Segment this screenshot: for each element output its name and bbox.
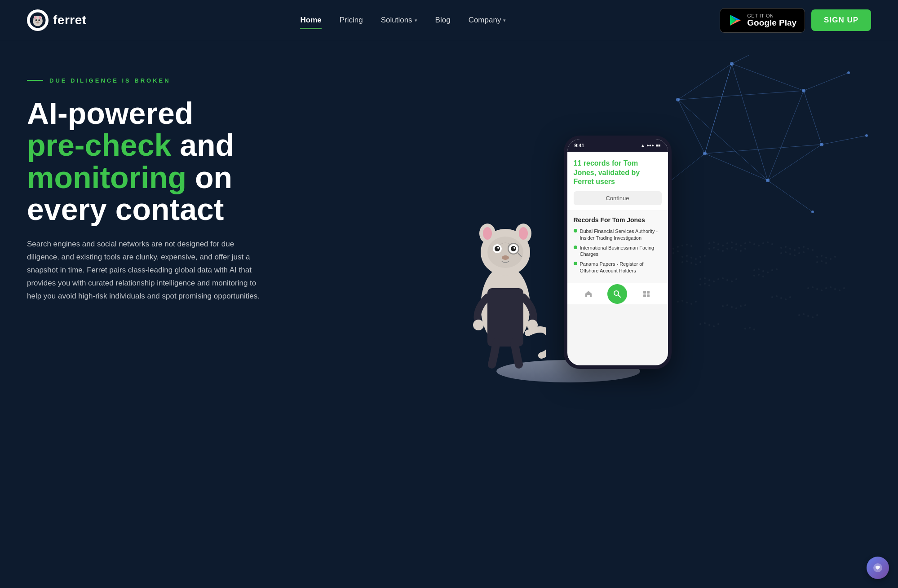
svg-point-80 [695, 263, 697, 265]
heading-and: and [171, 128, 234, 162]
svg-point-112 [735, 278, 737, 280]
svg-point-30 [847, 71, 850, 74]
svg-point-164 [749, 327, 751, 329]
svg-point-85 [794, 249, 796, 251]
svg-line-15 [678, 91, 804, 100]
svg-point-124 [762, 276, 764, 277]
heading-every-contact: every contact [27, 192, 224, 226]
header-actions: GET IT ON Google Play SIGN UP [720, 8, 871, 33]
svg-point-68 [735, 249, 737, 250]
hero-left: DUE DILIGENCE IS BROKEN AI-powered pre-c… [27, 68, 265, 303]
google-play-button[interactable]: GET IT ON Google Play [720, 8, 805, 33]
svg-point-123 [758, 274, 760, 276]
records-number: 11 [574, 159, 582, 167]
phone-bottom-bar [567, 283, 668, 304]
signup-button[interactable]: SIGN UP [811, 9, 871, 31]
svg-point-157 [843, 287, 845, 289]
phone-home-icon[interactable] [583, 289, 594, 299]
svg-rect-194 [643, 294, 646, 297]
svg-point-144 [771, 296, 773, 298]
phone-status: ▲●●●■■ [641, 143, 660, 148]
svg-point-106 [708, 279, 710, 281]
subtitle-dash [27, 80, 43, 81]
nav-blog[interactable]: Blog [435, 14, 451, 26]
record-dot-3 [574, 262, 577, 265]
svg-point-138 [722, 305, 724, 307]
logo-text: ferret [53, 13, 87, 27]
chat-bubble[interactable] [867, 557, 889, 579]
svg-point-176 [483, 227, 492, 240]
svg-point-73 [690, 257, 692, 259]
svg-point-135 [686, 302, 688, 303]
svg-point-70 [744, 248, 746, 250]
svg-point-56 [749, 241, 751, 243]
phone-bottom-section: Records For Tom Jones Dubai Financial Se… [567, 211, 668, 283]
svg-point-118 [762, 270, 764, 272]
svg-point-59 [762, 242, 764, 244]
svg-point-60 [767, 241, 769, 243]
svg-point-65 [722, 250, 724, 252]
svg-point-49 [717, 243, 719, 245]
svg-point-155 [834, 288, 836, 290]
svg-point-152 [821, 290, 823, 291]
phone-search-icon[interactable] [607, 284, 627, 304]
heading-precheck: pre-check [27, 128, 171, 162]
svg-point-50 [722, 245, 724, 246]
svg-point-168 [807, 315, 809, 317]
records-title: Records For Tom Jones [574, 216, 662, 224]
svg-point-129 [834, 256, 836, 258]
svg-point-31 [865, 134, 868, 137]
svg-point-48 [713, 241, 715, 243]
svg-point-26 [703, 152, 707, 155]
nav-company[interactable]: Company ▾ [469, 14, 506, 26]
svg-point-132 [825, 262, 827, 264]
svg-point-79 [690, 262, 692, 264]
main-nav: Home Pricing Solutions ▾ Blog Company ▾ [300, 14, 506, 26]
heading-on: on [186, 160, 232, 194]
svg-point-23 [802, 89, 805, 92]
svg-point-81 [699, 261, 701, 263]
svg-point-75 [699, 256, 701, 258]
logo[interactable]: ferret [27, 9, 87, 31]
nav-solutions[interactable]: Solutions ▾ [381, 14, 417, 26]
svg-point-187 [502, 255, 509, 260]
svg-point-162 [717, 323, 719, 325]
svg-point-128 [830, 258, 832, 260]
svg-point-25 [766, 179, 770, 182]
svg-point-183 [497, 247, 499, 249]
continue-button[interactable]: Continue [574, 191, 662, 205]
phone-grid-icon[interactable] [641, 289, 652, 299]
svg-point-121 [776, 268, 778, 270]
nav-home[interactable]: Home [300, 14, 321, 26]
svg-point-63 [713, 247, 715, 249]
svg-point-84 [789, 248, 791, 250]
record-item-2: International Businessman Facing Charges [574, 245, 662, 258]
phone-scene: 9:41 ▲●●●■■ 11 records for Tom Jones, va… [451, 77, 685, 382]
record-item-3: Panama Papers - Register of Offshore Acc… [574, 261, 662, 274]
svg-point-145 [776, 295, 778, 297]
svg-point-78 [686, 260, 688, 262]
hero-description: Search engines and social networks are n… [27, 238, 265, 303]
svg-point-109 [722, 277, 724, 279]
svg-line-11 [768, 91, 804, 180]
svg-point-165 [753, 329, 755, 330]
svg-point-142 [740, 305, 742, 307]
svg-point-54 [740, 245, 742, 246]
svg-point-67 [731, 247, 733, 249]
svg-point-188 [473, 320, 484, 330]
svg-point-139 [726, 304, 728, 306]
svg-point-113 [699, 284, 701, 285]
record-dot-1 [574, 229, 577, 233]
record-dot-2 [574, 246, 577, 249]
svg-point-119 [767, 272, 769, 273]
svg-point-125 [816, 256, 818, 258]
hero-heading: AI-powered pre-check and monitoring on e… [27, 97, 265, 226]
svg-point-104 [699, 278, 701, 280]
svg-point-94 [798, 252, 800, 254]
svg-point-116 [753, 269, 755, 271]
svg-point-110 [726, 279, 728, 281]
svg-point-141 [735, 307, 737, 309]
records-description: records for Tom Jones, validated by Ferr… [574, 159, 640, 186]
nav-pricing[interactable]: Pricing [340, 14, 363, 26]
svg-point-95 [803, 251, 805, 253]
